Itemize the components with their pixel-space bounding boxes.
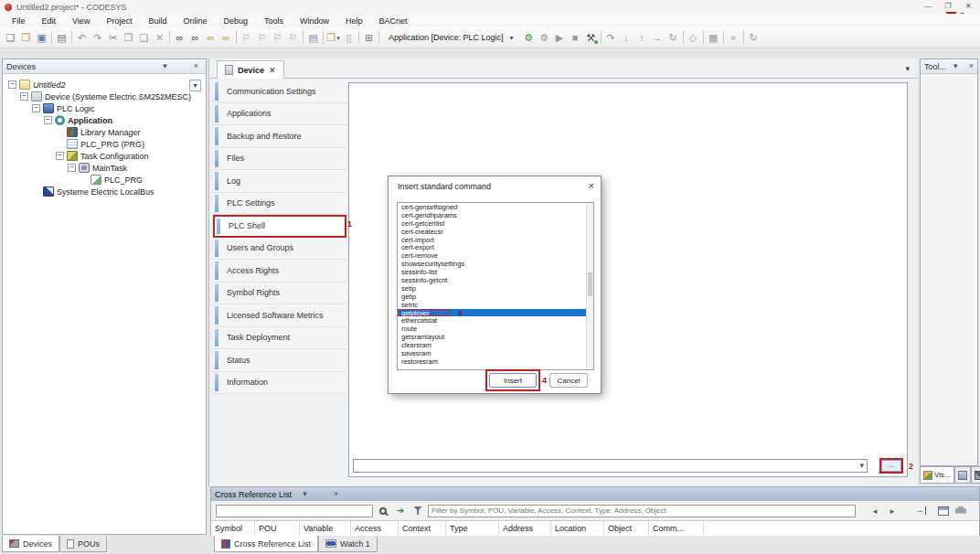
column-symbol[interactable]: Symbol [211, 521, 255, 536]
command-item-ethercatstat[interactable]: ethercatstat [398, 316, 593, 325]
filter-button[interactable] [410, 504, 425, 518]
command-item-cert-createcsr[interactable]: cert-createcsr [398, 228, 593, 236]
refresh-icon[interactable]: ↻ [746, 30, 762, 46]
command-item-restoresram[interactable]: restoresram [398, 357, 593, 366]
nav-item-files[interactable]: Files [213, 148, 346, 171]
nav-item-applications[interactable]: Applications [213, 103, 346, 126]
step-over-icon[interactable]: ↷ [603, 30, 619, 46]
scrollbar-thumb[interactable] [588, 272, 592, 296]
tab-device[interactable]: Device ✕ [217, 60, 284, 79]
command-item-setip[interactable]: setip [398, 284, 593, 293]
panel-menu-icon[interactable]: ▾ [299, 488, 311, 500]
print-icon[interactable]: ▤ [54, 30, 69, 46]
new-object-icon[interactable]: ❒▾ [325, 30, 341, 46]
command-item-cert-export[interactable]: cert-export [398, 243, 593, 251]
menu-item-view[interactable]: View [64, 16, 98, 26]
next-reference-button[interactable]: ▸ [885, 506, 900, 516]
dialog-close-icon[interactable]: × [589, 180, 594, 191]
panel-menu-icon[interactable]: ▾ [953, 60, 958, 72]
command-item-sessinfo-list[interactable]: sessinfo-list [398, 268, 593, 276]
bookmark-clear-icon[interactable]: ⚐ [285, 30, 301, 46]
menu-item-tools[interactable]: Tools [256, 16, 292, 26]
column-address[interactable]: Address [499, 521, 551, 536]
simulation-icon[interactable]: ≈ [726, 30, 741, 46]
nav-item-users-and-groups[interactable]: Users and Groups [213, 238, 346, 261]
tab-cross-reference-list[interactable]: Cross Reference List [214, 536, 318, 552]
tree-item-untitled2[interactable]: −Untitled2 [3, 79, 206, 91]
expander-icon[interactable]: − [56, 152, 64, 160]
menu-item-window[interactable]: Window [292, 16, 337, 26]
bookmark-prev-icon[interactable]: ⚐ [254, 30, 270, 46]
maximize-button[interactable]: ❐ [938, 0, 958, 13]
expander-icon[interactable]: − [8, 80, 16, 89]
close-icon[interactable]: × [190, 60, 202, 72]
search-button[interactable] [376, 504, 390, 518]
symbol-search-input[interactable] [216, 505, 373, 517]
command-item-cert-getcertlist[interactable]: cert-getcertlist [398, 219, 593, 228]
command-item-cert-genselfsigned[interactable]: cert-genselfsigned [398, 203, 593, 211]
goto-button[interactable]: → [913, 504, 928, 518]
expander-icon[interactable]: − [44, 116, 52, 124]
column-type[interactable]: Type [446, 521, 499, 536]
tab-devices[interactable]: Devices [2, 536, 59, 552]
tree-item-task-configuration[interactable]: −Task Configuration [3, 150, 206, 162]
cancel-button[interactable]: Cancel [549, 373, 588, 388]
menu-item-debug[interactable]: Debug [215, 16, 256, 26]
step-out-icon[interactable]: ↑ [634, 30, 650, 46]
column-variable[interactable]: Variable [300, 521, 351, 536]
column-location[interactable]: Location [551, 521, 604, 536]
flow-control-icon[interactable]: ▦ [706, 30, 721, 46]
find-icon[interactable]: ∞ [172, 30, 187, 46]
command-item-clearsram[interactable]: clearsram [398, 341, 593, 349]
bookmark-next-icon[interactable]: ⚐ [270, 30, 285, 46]
command-item-savesram[interactable]: savesram [398, 349, 593, 357]
close-icon[interactable]: × [969, 60, 974, 72]
new-file-icon[interactable]: ❏ [3, 30, 18, 46]
start-icon[interactable]: ▶ [552, 30, 568, 46]
command-combobox[interactable]: ▾ [353, 459, 868, 473]
login-icon[interactable]: ⚙ [521, 30, 537, 46]
menu-item-bacnet[interactable]: BACnet [371, 16, 416, 26]
panel-menu-icon[interactable]: ▾ [159, 60, 171, 72]
menu-item-project[interactable]: Project [98, 16, 140, 26]
redo-icon[interactable]: ↷ [90, 30, 105, 46]
print-button[interactable] [953, 504, 968, 518]
column-access[interactable]: Access [351, 521, 399, 536]
properties-tab[interactable] [954, 466, 971, 484]
close-icon[interactable]: × [330, 488, 342, 500]
find-replace-icon[interactable]: ∞ [187, 30, 203, 46]
tree-item-library-manager[interactable]: Library Manager [3, 126, 206, 138]
previous-reference-button[interactable]: ◂ [868, 506, 882, 516]
run-to-cursor-icon[interactable]: → [650, 30, 666, 46]
expander-icon[interactable]: − [32, 104, 40, 112]
menu-item-edit[interactable]: Edit [34, 16, 65, 26]
nav-item-backup-and-restore[interactable]: Backup and Restore [213, 125, 346, 148]
save-icon[interactable]: ▣ [34, 30, 49, 46]
tab-close-icon[interactable]: ✕ [269, 66, 276, 75]
project-settings-icon[interactable]: ⊞ [361, 30, 377, 46]
tree-item-systeme-electric-localbus[interactable]: Systeme Electric LocalBus [3, 186, 206, 197]
menu-item-build[interactable]: Build [140, 16, 175, 26]
step-into-icon[interactable]: ↓ [619, 30, 634, 46]
column-object[interactable]: Object [604, 521, 649, 536]
nav-item-licensed-software-metrics[interactable]: Licensed Software Metrics [213, 304, 346, 327]
export-button[interactable] [936, 504, 951, 518]
tab-list-chevron-icon[interactable]: ▾ [905, 64, 910, 73]
tree-item-device-systeme-electric-sm252mesc[interactable]: −Device (Systeme Electric SM252MESC) [3, 91, 206, 102]
tree-item-plc-prg-prg[interactable]: PLC_PRG (PRG) [3, 138, 206, 150]
command-item-setrtc[interactable]: setrtc [398, 301, 593, 309]
nav-item-status[interactable]: Status [213, 349, 346, 372]
open-project-icon[interactable]: ❒ [18, 30, 34, 46]
scrollbar[interactable] [586, 203, 593, 369]
expander-icon[interactable]: − [20, 92, 28, 101]
command-item-cert-import[interactable]: cert-import [398, 236, 593, 244]
command-item-route[interactable]: route [398, 325, 593, 333]
nav-item-log[interactable]: Log [213, 170, 346, 193]
command-item-sessinfo-getcnt[interactable]: sessinfo-getcnt [398, 276, 593, 284]
nav-item-access-rights[interactable]: Access Rights [213, 260, 346, 282]
nav-item-communication-settings[interactable]: Communication Settings [213, 80, 346, 103]
undo-icon[interactable]: ↶ [74, 30, 90, 46]
minimize-button[interactable]: — [918, 0, 938, 13]
tree-item-plc-logic[interactable]: −PLC Logic [3, 102, 206, 114]
reset-icon[interactable]: ↻ [666, 30, 681, 46]
